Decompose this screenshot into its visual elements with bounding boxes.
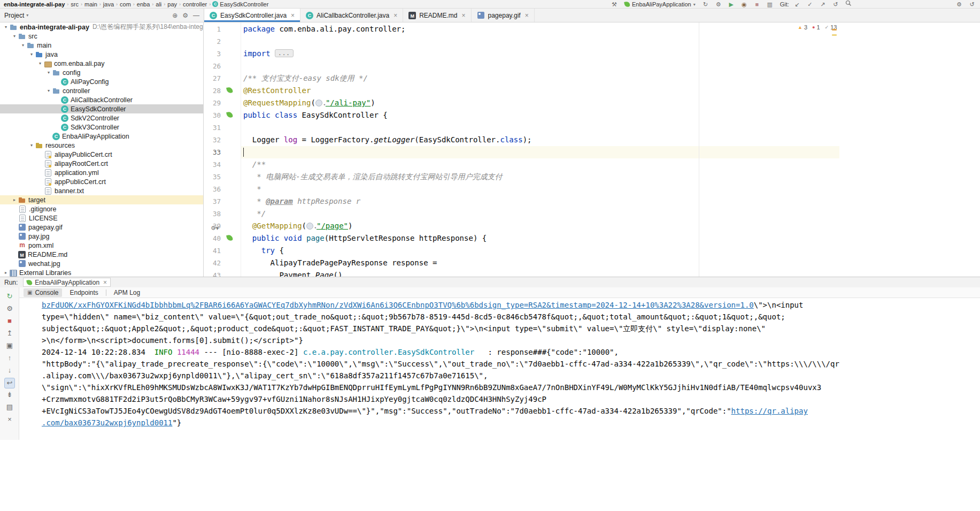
editor-tab[interactable]: EasySdkController.java×: [204, 9, 300, 22]
breadcrumb-item[interactable]: src: [70, 1, 79, 7]
prev-occurrence-icon[interactable]: ↑: [0, 353, 19, 363]
soft-wrap-icon[interactable]: ↩: [4, 378, 15, 388]
editor-tab[interactable]: AliCallbackController.java×: [300, 9, 403, 22]
run-icon[interactable]: ▶: [727, 0, 736, 9]
breadcrumb-item[interactable]: java: [103, 1, 114, 7]
project-panel-header[interactable]: Project ▾ ⊕⚙—: [0, 9, 204, 22]
git-update-icon[interactable]: ↙: [792, 0, 802, 9]
git-push-icon[interactable]: ↗: [818, 0, 828, 9]
tree-row[interactable]: wechat.jpg: [0, 259, 204, 268]
mapping-inlay-icon[interactable]: [315, 99, 326, 106]
gutter-settings-icon[interactable]: ⚙▾: [211, 225, 219, 232]
console-tab-console[interactable]: ▣Console: [24, 288, 62, 297]
tree-collapse-icon[interactable]: ▾: [45, 88, 52, 93]
debug-icon[interactable]: ◉: [739, 0, 749, 9]
print-icon[interactable]: ▤: [0, 402, 19, 412]
console-tab-endpoints[interactable]: Endpoints: [70, 289, 98, 296]
hide-panel-icon[interactable]: —: [193, 12, 199, 19]
spring-bean-icon[interactable]: [226, 234, 233, 241]
tree-row[interactable]: banner.txt: [0, 186, 204, 195]
project-tree[interactable]: ▾enba-integrate-ali-payD:\恩爸编程脚手架系列\184\…: [0, 22, 204, 277]
tree-collapse-icon[interactable]: ▾: [28, 52, 35, 57]
tree-expand-icon[interactable]: ▸: [2, 270, 10, 275]
tree-row[interactable]: pagepay.gif: [0, 223, 204, 232]
thread-dump-icon[interactable]: ▣: [0, 341, 19, 350]
git-rollback-icon[interactable]: ↺: [831, 0, 840, 9]
tree-row[interactable]: pom.xml: [0, 241, 204, 250]
editor-tab[interactable]: README.md×: [403, 9, 471, 22]
console-link[interactable]: bzFdUOK/xxFhGYOXFKiNGd4bIbbhbbmLq%2FBAR6…: [42, 301, 754, 309]
spring-bean-icon[interactable]: [226, 87, 233, 94]
ide-settings-icon[interactable]: ⚙: [954, 0, 964, 9]
breadcrumb-item[interactable]: com: [119, 1, 132, 7]
search-icon[interactable]: [844, 0, 853, 9]
tree-collapse-icon[interactable]: ▾: [2, 25, 10, 29]
tree-row[interactable]: alipayPublicCert.crt: [0, 150, 204, 159]
close-icon[interactable]: ×: [103, 279, 107, 286]
breadcrumb-item[interactable]: pay: [167, 1, 178, 7]
stop-icon[interactable]: ■: [0, 316, 19, 326]
tree-row[interactable]: ▾resources: [0, 141, 204, 150]
warnings-indicator[interactable]: ▲3: [798, 24, 807, 30]
settings-icon[interactable]: ⚙: [714, 0, 723, 9]
stop-icon[interactable]: ■: [752, 0, 762, 9]
tree-row[interactable]: ▾controller: [0, 86, 204, 95]
editor-tab[interactable]: pagepay.gif×: [472, 9, 535, 22]
tree-row[interactable]: ▾com.enba.ali.pay: [0, 59, 204, 68]
tree-row[interactable]: EnbaAliPayApplication: [0, 132, 204, 141]
tree-row[interactable]: .gitignore: [0, 204, 204, 213]
breadcrumb-item[interactable]: enba: [136, 1, 150, 7]
rerun-icon[interactable]: ↻: [0, 292, 19, 301]
tree-row[interactable]: AliPayConfig: [0, 77, 204, 86]
tree-row[interactable]: ▾enba-integrate-ali-payD:\恩爸编程脚手架系列\184\…: [0, 22, 204, 32]
tree-collapse-icon[interactable]: ▾: [11, 34, 18, 39]
breadcrumb-item[interactable]: main: [84, 1, 98, 7]
tree-row[interactable]: pay.jpg: [0, 232, 204, 241]
tree-row[interactable]: alipayRootCert.crt: [0, 159, 204, 168]
tree-row[interactable]: README.md: [0, 250, 204, 259]
mapping-inlay-icon[interactable]: [306, 222, 317, 229]
inspections-widget[interactable]: ▲3●1✓13: [798, 24, 837, 30]
tree-row[interactable]: LICENSE: [0, 213, 204, 223]
tree-row[interactable]: ▾main: [0, 41, 204, 50]
console-link[interactable]: https://qr.alipay: [731, 407, 808, 415]
tree-collapse-icon[interactable]: ▾: [28, 143, 35, 148]
console-output[interactable]: bzFdUOK/xxFhGYOXFKiNGd4bIbbhbbmLq%2FBAR6…: [19, 298, 980, 511]
tree-row[interactable]: appPublicCert.crt: [0, 177, 204, 186]
scroll-to-end-icon[interactable]: ⇟: [0, 390, 19, 400]
tree-row[interactable]: AliCallbackController: [0, 95, 204, 104]
locate-file-icon[interactable]: ⊕: [172, 12, 178, 19]
sync-icon[interactable]: ↻: [701, 0, 711, 9]
folded-region[interactable]: ...: [275, 49, 294, 57]
breadcrumb-item[interactable]: ali: [155, 1, 162, 7]
spring-bean-icon[interactable]: [226, 111, 233, 118]
breadcrumb-item[interactable]: controller: [182, 1, 207, 7]
tree-collapse-icon[interactable]: ▾: [45, 70, 52, 75]
tree-row[interactable]: EasySdkController: [0, 104, 204, 113]
tab-close-icon[interactable]: ×: [462, 12, 466, 19]
tab-close-icon[interactable]: ×: [393, 12, 397, 19]
profiler-icon[interactable]: ▥: [765, 0, 775, 9]
breadcrumb-item[interactable]: enba-integrate-ali-pay: [3, 1, 65, 7]
tree-row[interactable]: ▾java: [0, 50, 204, 59]
tree-row[interactable]: ▾src: [0, 32, 204, 41]
tab-close-icon[interactable]: ×: [291, 12, 295, 19]
git-commit-icon[interactable]: ✓: [805, 0, 815, 9]
tree-expand-icon[interactable]: ▸: [11, 197, 18, 202]
next-occurrence-icon[interactable]: ↓: [0, 365, 19, 375]
run-tab[interactable]: EnbaAliPayApplication ×: [23, 278, 111, 287]
tree-row[interactable]: SdkV2Controller: [0, 113, 204, 123]
breadcrumb-item[interactable]: EasySdkController: [219, 1, 269, 7]
tree-collapse-icon[interactable]: ▾: [36, 61, 44, 66]
tree-row[interactable]: ▾config: [0, 68, 204, 77]
clear-console-icon[interactable]: ×: [0, 415, 19, 424]
edit-config-icon[interactable]: ⚙: [0, 304, 19, 314]
tree-row[interactable]: application.yml: [0, 168, 204, 177]
tree-row[interactable]: ▸target: [0, 195, 204, 204]
tree-row[interactable]: SdkV3Controller: [0, 123, 204, 132]
recent-locations-icon[interactable]: ↺: [967, 0, 977, 9]
restart-icon[interactable]: ↥: [0, 329, 19, 338]
tab-close-icon[interactable]: ×: [525, 12, 529, 19]
console-link[interactable]: .com/bax03673u2wxpj6ynpld0011: [42, 418, 172, 427]
tree-row[interactable]: ▸External Libraries: [0, 268, 204, 277]
